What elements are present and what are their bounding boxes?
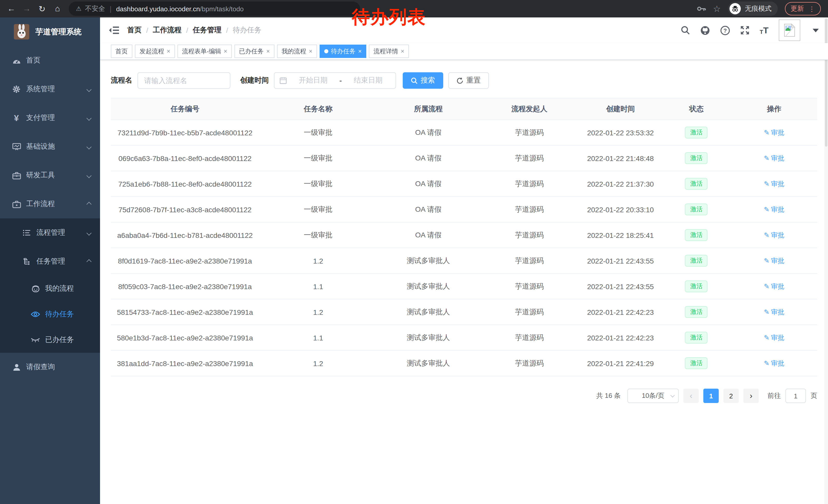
close-icon[interactable]: × bbox=[401, 48, 404, 55]
sidebar-collapse-icon[interactable] bbox=[108, 25, 120, 36]
tab-done-tasks[interactable]: 已办任务× bbox=[235, 45, 275, 58]
approve-link[interactable]: ✎ 审批 bbox=[764, 282, 784, 291]
sidebar-item-leave-query[interactable]: 请假查询 bbox=[0, 353, 100, 381]
address-divider: | bbox=[110, 5, 112, 13]
breadcrumb-workflow[interactable]: 工作流程 bbox=[153, 26, 181, 35]
approve-link[interactable]: ✎ 审批 bbox=[764, 256, 784, 265]
task-id-cell: a6aba0a4-7b6d-11ec-b781-acde48001122 bbox=[111, 222, 259, 248]
task-name-cell: 一级审批 bbox=[259, 171, 377, 197]
sidebar-item-system[interactable]: 系统管理 bbox=[0, 75, 100, 103]
create-time-label: 创建时间 bbox=[240, 76, 269, 85]
caret-down-icon[interactable] bbox=[813, 29, 819, 32]
tab-home[interactable]: 首页 bbox=[111, 45, 132, 58]
goto-page-input[interactable] bbox=[785, 388, 806, 403]
font-size-icon[interactable]: TT bbox=[760, 26, 769, 35]
breadcrumb-task-mgmt[interactable]: 任务管理 bbox=[193, 26, 222, 35]
sidebar-item-label: 研发工具 bbox=[26, 171, 55, 180]
approve-link[interactable]: ✎ 审批 bbox=[764, 153, 784, 163]
close-icon[interactable]: × bbox=[266, 48, 270, 55]
sidebar-item-payment[interactable]: ¥ 支付管理 bbox=[0, 103, 100, 132]
tab-form-edit[interactable]: 流程表单-编辑× bbox=[177, 45, 232, 58]
page-size-select[interactable]: 10条/页 bbox=[627, 388, 679, 403]
sidebar-item-label: 流程管理 bbox=[36, 228, 65, 237]
approve-link[interactable]: ✎ 审批 bbox=[764, 307, 784, 317]
tab-start-process[interactable]: 发起流程× bbox=[135, 45, 175, 58]
table-row: 8f059c03-7ac8-11ec-a9e2-a2380e71991a1.1测… bbox=[111, 274, 817, 299]
approve-link[interactable]: ✎ 审批 bbox=[764, 128, 784, 137]
github-icon[interactable] bbox=[700, 26, 710, 35]
col-task-name: 任务名称 bbox=[259, 98, 377, 120]
close-icon[interactable]: × bbox=[309, 48, 313, 55]
action-cell: ✎ 审批 bbox=[731, 325, 817, 351]
logo[interactable]: 芋道管理系统 bbox=[0, 17, 100, 46]
initiator-cell: 芋道源码 bbox=[480, 197, 579, 222]
created-cell: 2022-01-21 22:42:23 bbox=[579, 325, 662, 351]
reload-icon[interactable]: ↻ bbox=[36, 3, 48, 15]
approve-link[interactable]: ✎ 审批 bbox=[764, 205, 784, 214]
close-icon[interactable]: × bbox=[224, 48, 227, 55]
monitor-icon bbox=[10, 143, 23, 150]
page-button-2[interactable]: 2 bbox=[723, 388, 739, 403]
sidebar-item-devtools[interactable]: 研发工具 bbox=[0, 161, 100, 190]
address-bar[interactable]: ⚠ 不安全 | dashboard.yudao.iocoder.cn/bpm/t… bbox=[69, 2, 360, 16]
browser-menu-icon[interactable]: ⋮ bbox=[809, 5, 815, 12]
chevron-up-icon bbox=[86, 201, 92, 207]
approve-link[interactable]: ✎ 审批 bbox=[764, 359, 784, 368]
approve-link[interactable]: ✎ 审批 bbox=[764, 179, 784, 188]
sidebar-item-home[interactable]: 首页 bbox=[0, 46, 100, 75]
sidebar-item-label: 支付管理 bbox=[26, 113, 55, 123]
process-cell: OA 请假 bbox=[377, 120, 480, 145]
update-button[interactable]: 更新 ⋮ bbox=[785, 2, 821, 15]
close-icon[interactable]: × bbox=[358, 48, 362, 55]
action-cell: ✎ 审批 bbox=[731, 171, 817, 197]
not-secure-icon: ⚠ bbox=[76, 5, 82, 12]
status-badge: 激活 bbox=[685, 152, 708, 164]
breadcrumb-current: 待办任务 bbox=[233, 26, 261, 35]
sidebar-item-done-tasks[interactable]: 已办任务 bbox=[0, 327, 100, 353]
approve-link[interactable]: ✎ 审批 bbox=[764, 230, 784, 240]
briefcase-icon bbox=[10, 200, 23, 208]
vertical-scrollbar[interactable] bbox=[824, 17, 828, 504]
task-id-cell: 58154733-7ac8-11ec-a9e2-a2380e71991a bbox=[111, 299, 259, 325]
robot-icon bbox=[29, 285, 42, 292]
approve-link[interactable]: ✎ 审批 bbox=[764, 333, 784, 342]
sidebar-item-task-mgmt[interactable]: 任务管理 bbox=[0, 247, 100, 276]
date-range-picker[interactable]: 开始日期 - 结束日期 bbox=[274, 72, 396, 89]
process-name-input[interactable] bbox=[137, 72, 230, 89]
status-cell: 激活 bbox=[662, 171, 731, 197]
tab-todo-tasks[interactable]: 待办任务× bbox=[320, 45, 366, 58]
initiator-cell: 芋道源码 bbox=[480, 222, 579, 248]
forward-icon[interactable]: → bbox=[20, 3, 33, 15]
process-cell: 测试多审批人 bbox=[377, 325, 480, 351]
avatar[interactable] bbox=[779, 19, 800, 41]
password-key-icon[interactable] bbox=[697, 6, 706, 11]
reset-button[interactable]: 重置 bbox=[448, 72, 489, 89]
search-button[interactable]: 搜索 bbox=[403, 72, 443, 89]
total-count: 共 16 条 bbox=[596, 391, 621, 401]
breadcrumb-home[interactable]: 首页 bbox=[127, 26, 141, 35]
sidebar-item-todo-tasks[interactable]: 待办任务 bbox=[0, 302, 100, 327]
next-page-button[interactable]: › bbox=[743, 388, 759, 403]
tab-my-process[interactable]: 我的流程× bbox=[277, 45, 317, 58]
created-cell: 2022-01-22 21:48:48 bbox=[579, 145, 662, 171]
status-badge: 激活 bbox=[685, 229, 708, 241]
scrollbar-thumb[interactable] bbox=[825, 18, 827, 147]
sidebar-item-my-process[interactable]: 我的流程 bbox=[0, 276, 100, 302]
home-icon[interactable]: ⌂ bbox=[51, 3, 64, 15]
help-icon[interactable]: ? bbox=[720, 26, 730, 35]
tab-process-detail[interactable]: 流程详情× bbox=[369, 45, 409, 58]
sidebar-item-infra[interactable]: 基础设施 bbox=[0, 132, 100, 161]
page-button-1[interactable]: 1 bbox=[703, 388, 719, 403]
search-icon bbox=[411, 77, 418, 84]
status-cell: 激活 bbox=[662, 351, 731, 376]
sidebar-item-workflow[interactable]: 工作流程 bbox=[0, 190, 100, 218]
bookmark-star-icon[interactable]: ☆ bbox=[713, 3, 721, 14]
prev-page-button[interactable]: ‹ bbox=[683, 388, 699, 403]
search-icon[interactable] bbox=[681, 26, 690, 35]
close-icon[interactable]: × bbox=[167, 48, 170, 55]
fullscreen-icon[interactable] bbox=[740, 26, 749, 35]
col-initiator: 流程发起人 bbox=[480, 98, 579, 120]
page-content: 流程名 创建时间 开始日期 - 结束日期 搜索 重 bbox=[100, 60, 828, 504]
back-icon[interactable]: ← bbox=[5, 3, 17, 15]
sidebar-item-process-mgmt[interactable]: 流程管理 bbox=[0, 218, 100, 247]
